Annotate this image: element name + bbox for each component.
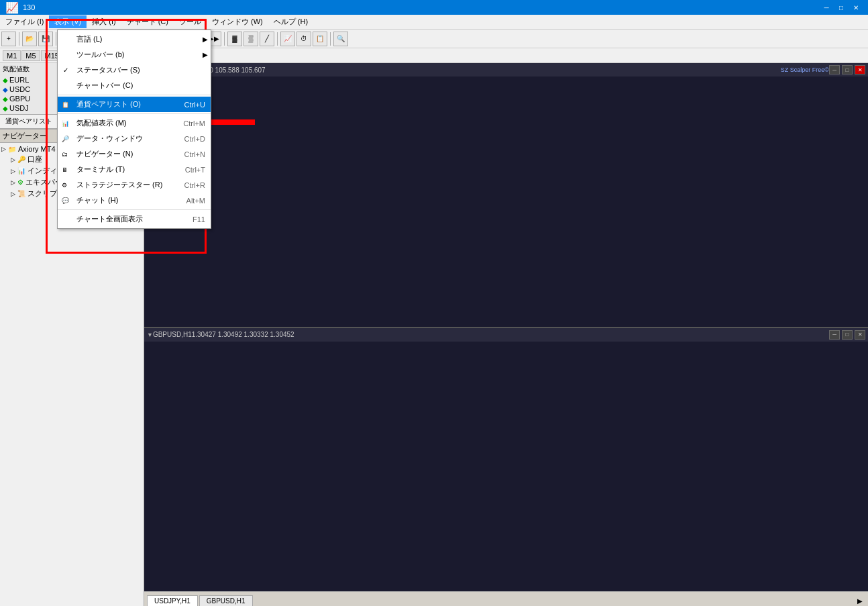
expand-icon: ▷: [1, 146, 6, 152]
chart1-window-controls: ─ □ ✕: [829, 65, 865, 74]
terminal-icon: 🖥: [62, 166, 68, 173]
pair-eurl-name: EURL: [9, 76, 29, 84]
menu-fullscreen[interactable]: チャート全画面表示 F11: [58, 211, 211, 227]
market-watch-icon: 📊: [62, 120, 69, 127]
menu-view[interactable]: 表示 (V): [49, 15, 87, 28]
chart-scroll-right[interactable]: ▶: [855, 596, 865, 606]
toolbar-sep: [330, 32, 331, 46]
nav-account-label: 口座: [28, 154, 42, 164]
toolbar-sep: [224, 32, 225, 46]
pair-usdj-name: USDJ: [9, 104, 29, 112]
menu-market-watch[interactable]: 📊 気配値表示 (M) Ctrl+M: [58, 115, 211, 131]
app-icon: 📈: [5, 1, 19, 14]
menu-strategy-tester[interactable]: ⚙ ストラテジーテスター (R) Ctrl+R: [58, 177, 211, 193]
script-icon: 📜: [17, 190, 25, 197]
chart2-indicator: ▼: [147, 332, 153, 338]
chart1-maximize-btn[interactable]: □: [842, 65, 853, 74]
chart1-sz-label: SZ Scalper Free©: [781, 66, 829, 73]
indicator-btn[interactable]: 📈: [280, 32, 295, 46]
menu-help[interactable]: ヘルプ (H): [268, 15, 313, 28]
account-icon: 🔑: [17, 156, 25, 163]
chart1-panel: ▼ USDJPY,H1 105.630 105.588 105.607 SZ S…: [144, 63, 868, 328]
chart-tab-gbpusd[interactable]: GBPUSD,H1: [199, 595, 253, 606]
chart1-minimize-btn[interactable]: ─: [829, 65, 840, 74]
pair-gbpu-name: GBPU: [9, 95, 30, 103]
expand-icon: ▷: [11, 179, 15, 186]
chart2-minimize-btn[interactable]: ─: [829, 330, 840, 340]
chart2-header: ▼ GBPUSD,H1 1.30427 1.30492 1.30332 1.30…: [144, 328, 868, 342]
separator: [58, 95, 211, 95]
menu-language[interactable]: 言語 (L) ▶: [58, 32, 211, 47]
period-sep-btn[interactable]: ⏱: [296, 32, 311, 46]
chart2-title: GBPUSD,H1: [153, 331, 192, 338]
menu-window[interactable]: ウィンドウ (W): [207, 15, 268, 28]
expert-icon: ⚙: [17, 179, 23, 186]
menu-chartbar[interactable]: チャートバー (C): [58, 78, 211, 93]
open-btn[interactable]: 📂: [22, 32, 37, 46]
diamond-eurl-icon: ◆: [3, 77, 8, 84]
data-window-icon: 🔎: [62, 136, 69, 142]
menu-tools[interactable]: ツール: [174, 15, 207, 28]
chart-tab-usdjpy[interactable]: USDJPY,H1: [147, 595, 198, 606]
menu-toolbar[interactable]: ツールバー (b) ▶: [58, 47, 211, 62]
navigator-title: ナビゲーター: [3, 131, 47, 141]
maximize-button[interactable]: □: [834, 1, 848, 13]
chart2-canvas-area: [144, 342, 868, 592]
minimize-button[interactable]: ─: [820, 1, 833, 13]
candle-btn[interactable]: ▒: [243, 32, 258, 46]
menu-statusbar[interactable]: ✓ ステータスバー (S): [58, 62, 211, 78]
chart2-maximize-btn[interactable]: □: [842, 330, 853, 340]
market-watch-label: 気配値数: [3, 64, 30, 74]
strategy-icon: ⚙: [62, 182, 67, 189]
indicator-icon: 📊: [17, 167, 25, 174]
save-btn[interactable]: 💾: [38, 32, 53, 46]
nav-item-icon: 📁: [8, 146, 16, 153]
nav-axiory-label: Axiory MT4: [18, 145, 56, 153]
navigator-icon: 🗂: [62, 151, 68, 158]
right-panel: ▼ USDJPY,H1 105.630 105.588 105.607 SZ S…: [144, 63, 868, 606]
chart2-window-controls: ─ □ ✕: [829, 330, 865, 340]
tf-m1[interactable]: M1: [3, 50, 21, 61]
diamond-gbpu-icon: ◆: [3, 95, 8, 103]
tab-currency-pairs[interactable]: 通貨ペアリスト: [0, 115, 58, 128]
toolbar-sep: [19, 32, 19, 46]
menu-terminal[interactable]: 🖥 ターミナル (T) Ctrl+T: [58, 162, 211, 177]
window-controls: ─ □ ✕: [820, 1, 863, 13]
title-bar: 📈 130 ─ □ ✕: [0, 0, 868, 15]
pair-usdc-name: USDC: [9, 85, 30, 93]
tf-m5[interactable]: M5: [21, 50, 40, 61]
chart1-close-btn[interactable]: ✕: [855, 65, 865, 74]
toolbar-sep: [56, 32, 56, 46]
menu-chat[interactable]: 💬 チャット (H) Alt+M: [58, 193, 211, 208]
expand-icon: ▷: [11, 156, 15, 163]
check-icon: ✓: [63, 66, 68, 74]
submenu-arrow-icon: ▶: [203, 51, 208, 58]
menu-currency-list[interactable]: 📋 通貨ペアリスト (O) Ctrl+U: [58, 97, 211, 112]
chart2-ohlc: 1.30427 1.30492 1.30332 1.30452: [192, 331, 294, 338]
search-btn[interactable]: 🔍: [333, 32, 348, 46]
submenu-arrow-icon: ▶: [203, 36, 208, 43]
title-text: 📈 130: [5, 1, 35, 14]
separator: [58, 113, 211, 114]
expand-icon: ▷: [11, 168, 15, 174]
new-chart-btn[interactable]: +: [1, 32, 16, 46]
close-button[interactable]: ✕: [849, 1, 863, 13]
expand-icon: ▷: [11, 191, 15, 197]
separator: [58, 209, 211, 210]
view-dropdown-menu: 言語 (L) ▶ ツールバー (b) ▶ ✓ ステータスバー (S) チャートバ…: [57, 30, 211, 229]
chart2-panel: ▼ GBPUSD,H1 1.30427 1.30492 1.30332 1.30…: [144, 328, 868, 592]
chart2-close-btn[interactable]: ✕: [855, 330, 865, 340]
diamond-usdc-icon: ◆: [3, 86, 8, 93]
menu-data-window[interactable]: 🔎 データ・ウィンドウ Ctrl+D: [58, 131, 211, 146]
menu-file[interactable]: ファイル (I): [0, 15, 49, 28]
menu-insert[interactable]: 挿入 (I): [87, 15, 121, 28]
template-btn[interactable]: 📋: [313, 32, 327, 46]
line-btn[interactable]: ╱: [260, 32, 274, 46]
menu-chart[interactable]: チャート (C): [121, 15, 174, 28]
chart-tabs-bar: USDJPY,H1 GBPUSD,H1 ▶: [144, 591, 868, 606]
currency-list-icon: 📋: [62, 101, 69, 108]
menu-navigator[interactable]: 🗂 ナビゲーター (N) Ctrl+N: [58, 146, 211, 162]
menu-bar: ファイル (I) 表示 (V) 挿入 (I) チャート (C) ツール ウィンド…: [0, 15, 868, 30]
bar-chart-btn[interactable]: ▓: [227, 32, 242, 46]
diamond-usdj-icon: ◆: [3, 105, 8, 112]
